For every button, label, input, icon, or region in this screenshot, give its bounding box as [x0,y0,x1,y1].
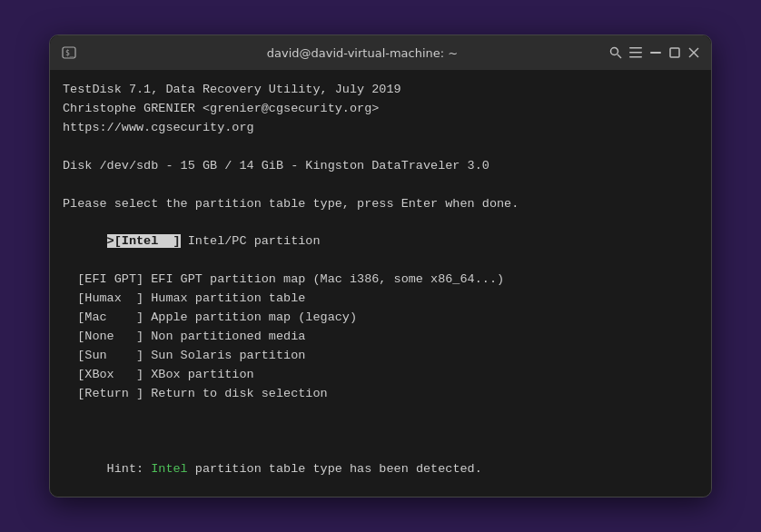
line-intel-selected: >[Intel ] Intel/PC partition [63,213,698,271]
hint-suffix: partition table type has been detected. [188,462,482,476]
line-humax: [Humax ] Humax partition table [63,290,698,309]
terminal-window: $_ david@david-virtual-machine: ~ [49,34,712,498]
hint-intel: Intel [151,462,188,476]
titlebar-controls [609,44,700,62]
line-sun: [Sun ] Sun Solaris partition [63,347,698,366]
line-url: https://www.cgsecurity.org [63,119,698,138]
hint-prefix: Hint: [107,462,152,476]
svg-line-3 [618,54,621,58]
line-efi: [EFI GPT] EFI GPT partition map (Mac i38… [63,271,698,290]
terminal-body: TestDisk 7.1, Data Recovery Utility, Jul… [50,70,711,497]
line-mac: [Mac ] Apple partition map (legacy) [63,309,698,328]
blank-line-4 [63,423,698,442]
line-none: [None ] Non partitioned media [63,328,698,347]
line-return: [Return ] Return to disk selection [63,385,698,404]
titlebar: $_ david@david-virtual-machine: ~ [50,35,711,70]
svg-rect-8 [670,48,679,57]
svg-rect-6 [629,56,642,58]
line-disk: Disk /dev/sdb - 15 GB / 14 GiB - Kingsto… [63,157,698,176]
svg-text:$_: $_ [65,49,74,57]
selected-item: >[Intel ] [107,234,181,248]
blank-line-1 [63,138,698,157]
line-hint: Hint: Intel partition table type has bee… [63,442,698,497]
svg-rect-4 [629,47,642,49]
blank-line-3 [63,404,698,423]
blank-line-2 [63,176,698,195]
svg-rect-5 [629,52,642,54]
titlebar-left: $_ [61,44,115,61]
line-testdisk: TestDisk 7.1, Data Recovery Utility, Jul… [63,81,698,100]
line-xbox: [XBox ] XBox partition [63,366,698,385]
maximize-button[interactable] [668,44,680,62]
close-button[interactable] [688,44,700,62]
line-prompt: Please select the partition table type, … [63,195,698,214]
line-author: Christophe GRENIER <grenier@cgsecurity.o… [63,100,698,119]
window-title: david@david-virtual-machine: ~ [115,46,609,60]
selected-label: Intel/PC partition [181,234,321,248]
menu-button[interactable] [629,44,642,62]
minimize-button[interactable] [649,44,661,62]
svg-rect-7 [650,52,661,54]
svg-point-2 [611,48,618,55]
search-button[interactable] [609,44,622,62]
terminal-icon: $_ [61,44,77,61]
